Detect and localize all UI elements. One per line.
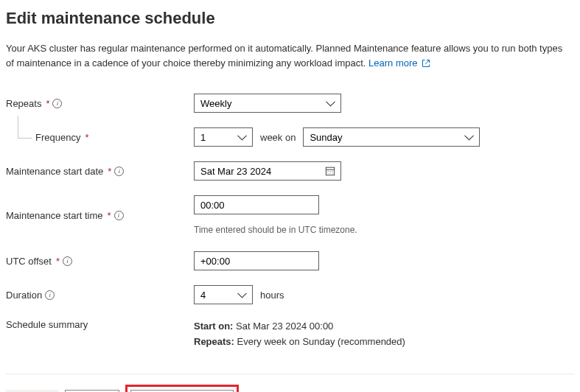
- schedule-summary-value: Start on: Sat Mar 23 2024 00:00 Repeats:…: [194, 319, 405, 350]
- frequency-select[interactable]: 1: [194, 127, 253, 147]
- learn-more-label: Learn more: [368, 57, 417, 69]
- info-icon[interactable]: i: [45, 290, 55, 300]
- hours-label: hours: [260, 290, 284, 301]
- duration-select[interactable]: 4: [194, 285, 253, 304]
- remove-highlight-box: Remove schedule: [125, 385, 239, 392]
- page-title: Edit maintenance schedule: [6, 9, 574, 28]
- day-select[interactable]: Sunday: [303, 127, 480, 147]
- external-link-icon: [422, 59, 430, 68]
- description-text: Your AKS cluster has regular maintenance…: [6, 41, 566, 70]
- remove-schedule-button[interactable]: Remove schedule: [130, 390, 234, 392]
- start-time-label: Maintenance start time* i: [6, 210, 194, 221]
- cancel-button[interactable]: Cancel: [65, 390, 119, 392]
- info-icon[interactable]: i: [52, 99, 62, 108]
- start-date-input[interactable]: [194, 161, 341, 181]
- save-button: Save: [6, 390, 59, 392]
- duration-label: Duration i: [6, 290, 194, 301]
- utc-offset-label: UTC offset* i: [6, 256, 194, 267]
- frequency-label: Frequency*: [6, 132, 194, 143]
- info-icon[interactable]: i: [114, 167, 124, 176]
- schedule-summary-label: Schedule summary: [6, 319, 194, 330]
- time-helper-text: Time entered should be in UTC timezone.: [194, 225, 357, 235]
- info-icon[interactable]: i: [63, 256, 72, 266]
- learn-more-link[interactable]: Learn more: [368, 57, 430, 69]
- info-icon[interactable]: i: [114, 211, 124, 220]
- utc-offset-input[interactable]: [194, 251, 319, 270]
- start-time-input[interactable]: [194, 195, 319, 214]
- footer-divider: [6, 374, 574, 374]
- week-on-label: week on: [260, 132, 296, 143]
- start-date-label: Maintenance start date* i: [6, 166, 194, 177]
- footer-actions: Save Cancel Remove schedule: [6, 385, 574, 392]
- repeats-label: Repeats* i: [6, 98, 194, 109]
- description-body: Your AKS cluster has regular maintenance…: [6, 43, 562, 69]
- repeats-select[interactable]: Weekly: [194, 94, 341, 113]
